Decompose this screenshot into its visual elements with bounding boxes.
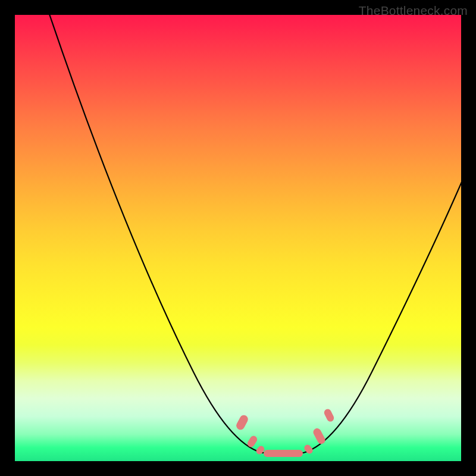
curve-bead-flat	[264, 450, 303, 457]
curve-bead	[235, 414, 250, 431]
curve-bead	[323, 408, 335, 422]
curve-left-branch	[48, 15, 262, 453]
plot-area	[15, 15, 461, 461]
chart-frame: TheBottleneck.com	[0, 0, 476, 476]
bottleneck-curve	[15, 15, 461, 461]
curve-bead	[303, 443, 314, 455]
curve-bead	[246, 434, 259, 448]
curve-bead	[312, 427, 327, 446]
watermark-text: TheBottleneck.com	[359, 4, 468, 18]
